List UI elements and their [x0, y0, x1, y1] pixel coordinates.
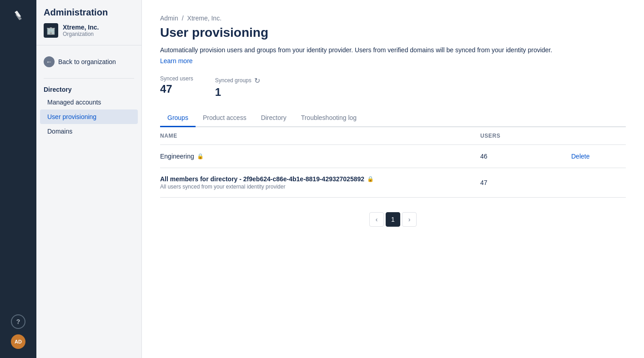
row-actions-engineering: Delete — [571, 152, 626, 160]
breadcrumb-admin[interactable]: Admin — [160, 15, 178, 22]
page-title: User provisioning — [160, 25, 626, 40]
pagination: ‹ 1 › — [160, 212, 626, 227]
pagination-prev[interactable]: ‹ — [369, 212, 384, 227]
org-sub: Organization — [63, 31, 99, 37]
dark-sidebar: ? AD — [0, 0, 36, 358]
row-name-main: Engineering 🔒 — [160, 153, 480, 160]
col-header-users: Users — [480, 133, 571, 139]
pagination-next[interactable]: › — [402, 212, 417, 227]
main-content: Admin / Xtreme, Inc. User provisioning A… — [142, 0, 644, 358]
admin-title: Administration — [44, 7, 134, 18]
tabs: Groups Product access Directory Troubles… — [160, 109, 626, 127]
synced-groups-label: Synced groups — [215, 77, 252, 84]
org-icon: 🏢 — [44, 23, 58, 38]
learn-more-link[interactable]: Learn more — [160, 57, 193, 65]
table-header: Name Users — [160, 127, 626, 145]
synced-groups-value: 1 — [215, 86, 260, 99]
breadcrumb-sep: / — [182, 15, 184, 22]
nav-item-domains[interactable]: Domains — [40, 124, 138, 139]
table-row: Engineering 🔒 46 Delete — [160, 145, 626, 168]
org-info: Xtreme, Inc. Organization — [63, 24, 99, 37]
lock-icon: 🔒 — [367, 176, 374, 182]
nav-item-user-provisioning[interactable]: User provisioning — [40, 109, 138, 124]
lock-icon: 🔒 — [197, 153, 204, 159]
back-link-label: Back to organization — [58, 58, 116, 65]
tab-product-access[interactable]: Product access — [196, 109, 254, 127]
org-name: Xtreme, Inc. — [63, 24, 99, 31]
logo-icon — [10, 7, 26, 24]
nav-section-directory: Directory — [36, 82, 141, 95]
dark-sidebar-bottom: ? AD — [11, 314, 25, 358]
org-row: 🏢 Xtreme, Inc. Organization — [44, 23, 134, 38]
synced-groups-stat: Synced groups ↻ 1 — [215, 75, 260, 99]
stats-row: Synced users 47 Synced groups ↻ 1 — [160, 75, 626, 99]
row-users-engineering: 46 — [480, 153, 571, 160]
tab-troubleshooting-log[interactable]: Troubleshooting log — [294, 109, 364, 127]
sync-icon: ↻ — [254, 76, 260, 85]
synced-users-label: Synced users — [160, 75, 193, 82]
row-name-sub: All users synced from your external iden… — [160, 184, 480, 190]
group-name-engineering: Engineering — [160, 153, 194, 160]
row-name-main: All members for directory - 2f9eb624-c86… — [160, 175, 480, 183]
nav-item-managed-accounts[interactable]: Managed accounts — [40, 95, 138, 109]
delete-engineering-button[interactable]: Delete — [571, 153, 589, 160]
tab-groups[interactable]: Groups — [160, 109, 196, 127]
tab-directory[interactable]: Directory — [254, 109, 294, 127]
synced-users-stat: Synced users 47 — [160, 75, 193, 95]
back-to-org-link[interactable]: ← Back to organization — [36, 53, 141, 71]
row-name-engineering: Engineering 🔒 — [160, 153, 480, 160]
col-header-name: Name — [160, 133, 480, 139]
synced-users-value: 47 — [160, 83, 193, 95]
help-button[interactable]: ? — [11, 314, 25, 329]
nav-header: Administration 🏢 Xtreme, Inc. Organizati… — [36, 7, 141, 45]
pagination-page-1[interactable]: 1 — [386, 212, 400, 227]
nav-divider — [44, 78, 134, 79]
nav-sidebar: Administration 🏢 Xtreme, Inc. Organizati… — [36, 0, 142, 358]
breadcrumb-org[interactable]: Xtreme, Inc. — [187, 15, 221, 22]
breadcrumb: Admin / Xtreme, Inc. — [160, 15, 626, 22]
user-avatar[interactable]: AD — [11, 334, 25, 349]
row-users-all-members: 47 — [480, 179, 571, 186]
page-description: Automatically provision users and groups… — [160, 45, 626, 55]
row-name-all-members: All members for directory - 2f9eb624-c86… — [160, 175, 480, 190]
back-icon: ← — [44, 56, 55, 67]
table-row: All members for directory - 2f9eb624-c86… — [160, 168, 626, 198]
group-name-all-members: All members for directory - 2f9eb624-c86… — [160, 175, 364, 183]
col-header-actions — [571, 133, 626, 139]
groups-table: Name Users Engineering 🔒 46 Delete All m… — [160, 127, 626, 198]
